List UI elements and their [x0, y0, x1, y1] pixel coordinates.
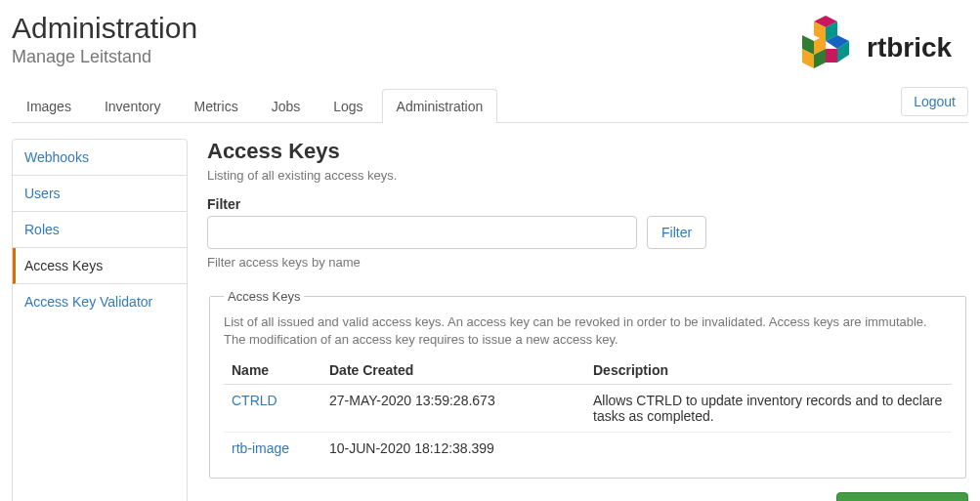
page-subtitle: Manage Leitstand — [12, 47, 197, 67]
filter-help: Filter access keys by name — [207, 255, 968, 270]
tab-inventory[interactable]: Inventory — [90, 89, 176, 123]
filter-label: Filter — [207, 196, 968, 212]
fieldset-legend: Access Keys — [224, 289, 304, 304]
sidebar-item-access-key-validator[interactable]: Access Key Validator — [13, 284, 187, 319]
key-description: Allows CTRLD to update inventory records… — [585, 385, 952, 433]
filter-button[interactable]: Filter — [647, 216, 706, 249]
key-description — [585, 433, 952, 465]
filter-input[interactable] — [207, 216, 637, 249]
key-link-rtb-image[interactable]: rtb-image — [232, 440, 289, 456]
logo-icon — [802, 16, 849, 68]
key-date: 27-MAY-2020 13:59:28.673 — [321, 385, 585, 433]
table-row: rtb-image 10-JUN-2020 18:12:38.399 — [224, 433, 952, 465]
page-title: Administration — [12, 12, 197, 45]
column-header-description: Description — [585, 356, 952, 385]
svg-marker-7 — [826, 49, 837, 63]
brand-logo: rtbrick — [792, 8, 968, 83]
main-tabs: Images Inventory Metrics Jobs Logs Admin… — [12, 88, 497, 122]
fieldset-description: List of all issued and valid access keys… — [224, 313, 952, 349]
access-keys-table: Name Date Created Description CTRLD 27-M… — [224, 356, 952, 464]
logo-text: rtbrick — [867, 32, 953, 63]
logout-button[interactable]: Logout — [901, 87, 968, 116]
sidebar-item-access-keys[interactable]: Access Keys — [13, 248, 187, 284]
access-keys-fieldset: Access Keys List of all issued and valid… — [209, 289, 966, 479]
table-row: CTRLD 27-MAY-2020 13:59:28.673 Allows CT… — [224, 385, 952, 433]
tab-images[interactable]: Images — [12, 89, 86, 123]
column-header-name: Name — [224, 356, 321, 385]
tab-administration[interactable]: Administration — [382, 89, 498, 123]
key-link-ctrld[interactable]: CTRLD — [232, 393, 277, 408]
section-heading: Access Keys — [207, 139, 968, 164]
column-header-date: Date Created — [321, 356, 585, 385]
section-description: Listing of all existing access keys. — [207, 168, 968, 183]
sidebar-item-users[interactable]: Users — [13, 176, 187, 212]
sidebar: Webhooks Users Roles Access Keys Access … — [12, 139, 188, 501]
tab-metrics[interactable]: Metrics — [180, 89, 253, 123]
sidebar-item-roles[interactable]: Roles — [13, 212, 187, 248]
sidebar-item-webhooks[interactable]: Webhooks — [13, 140, 187, 176]
tab-jobs[interactable]: Jobs — [257, 89, 316, 123]
key-date: 10-JUN-2020 18:12:38.399 — [321, 433, 585, 465]
tab-logs[interactable]: Logs — [319, 89, 377, 123]
add-access-key-button[interactable]: Add access key — [836, 492, 968, 501]
